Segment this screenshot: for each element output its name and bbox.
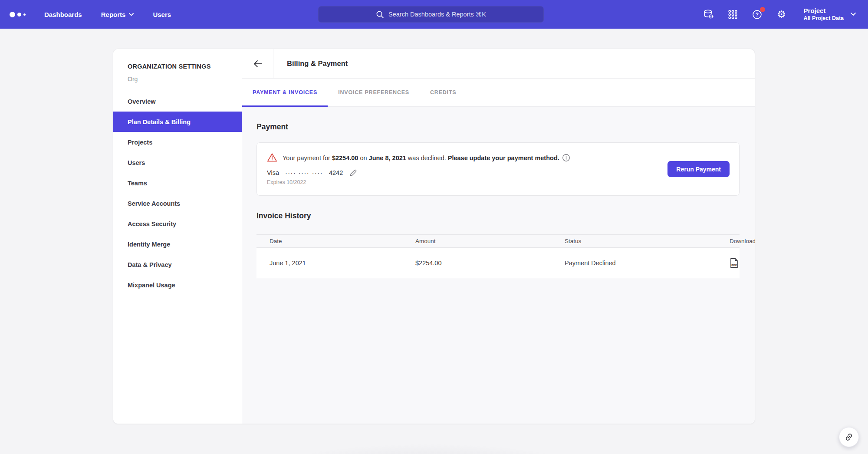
- sidebar-item-users[interactable]: Users: [113, 152, 242, 173]
- page-title: Billing & Payment: [273, 59, 348, 68]
- invoice-row: June 1, 2021 $2254.00 Payment Declined P…: [256, 248, 740, 278]
- alert-action: Please update your payment method.: [448, 155, 559, 161]
- gear-icon[interactable]: ⚙: [776, 9, 787, 20]
- invoice-history-title: Invoice History: [256, 211, 740, 220]
- nav-users[interactable]: Users: [153, 11, 171, 18]
- column-status: Status: [565, 238, 730, 244]
- edit-payment-method-button[interactable]: [349, 168, 358, 177]
- page-header: Billing & Payment: [242, 49, 755, 79]
- svg-text:PDF: PDF: [731, 263, 737, 266]
- logo-dot: [17, 13, 21, 16]
- invoice-table-header: Date Amount Status Download: [256, 234, 740, 248]
- sidebar-title: ORGANIZATION SETTINGS: [113, 63, 242, 70]
- below-fold-shadow: [258, 444, 597, 454]
- card-masked-digits: ···· ···· ····: [285, 169, 323, 176]
- data-management-icon[interactable]: [703, 9, 714, 20]
- chevron-down-icon: [129, 13, 134, 16]
- sidebar-item-mixpanel-usage[interactable]: Mixpanel Usage: [113, 275, 242, 295]
- column-download: Download: [730, 238, 755, 244]
- sidebar-item-data-privacy[interactable]: Data & Privacy: [113, 254, 242, 275]
- org-settings-sidebar: ORGANIZATION SETTINGS Org Overview Plan …: [113, 49, 242, 424]
- payment-card: Your payment for $2254.00 on June 8, 202…: [256, 142, 740, 196]
- nav-reports-label: Reports: [101, 11, 126, 18]
- sidebar-item-projects[interactable]: Projects: [113, 132, 242, 152]
- tab-payment-invoices[interactable]: PAYMENT & INVOICES: [242, 79, 328, 106]
- project-label: Project: [804, 7, 844, 15]
- arrow-left-icon: [253, 60, 263, 68]
- alert-amount: $2254.00: [332, 155, 358, 161]
- sidebar-item-access-security[interactable]: Access Security: [113, 214, 242, 234]
- column-date: Date: [256, 238, 415, 244]
- alert-suffix: was declined.: [406, 155, 448, 161]
- logo-dot: [23, 13, 26, 16]
- invoice-date: June 1, 2021: [256, 260, 415, 266]
- sidebar-item-overview[interactable]: Overview: [113, 91, 242, 112]
- primary-nav: Dashboards Reports Users: [44, 11, 171, 18]
- search-icon: [376, 10, 384, 19]
- billing-tabs: PAYMENT & INVOICES INVOICE PREFERENCES C…: [242, 79, 755, 107]
- copy-link-button[interactable]: [839, 427, 859, 447]
- invoice-status: Payment Declined: [565, 260, 730, 266]
- notification-badge: [760, 7, 765, 12]
- nav-reports[interactable]: Reports: [101, 11, 134, 18]
- tab-content: Payment Your payment for $2254.00 on Jun…: [242, 107, 755, 424]
- tab-credits[interactable]: CREDITS: [420, 79, 467, 106]
- alert-prefix: Your payment for: [283, 155, 332, 161]
- project-value: All Project Data: [804, 15, 844, 22]
- sidebar-item-teams[interactable]: Teams: [113, 173, 242, 193]
- back-button[interactable]: [242, 49, 273, 78]
- alert-mid: on: [358, 155, 368, 161]
- org-name: Org: [113, 76, 242, 82]
- alert-date: June 8, 2021: [369, 155, 406, 161]
- search-placeholder: Search Dashboards & Reports ⌘K: [388, 11, 486, 18]
- settings-card: ORGANIZATION SETTINGS Org Overview Plan …: [113, 49, 755, 424]
- sidebar-item-plan-details-billing[interactable]: Plan Details & Billing: [113, 112, 242, 132]
- grid-glyph: [727, 9, 738, 20]
- sidebar-item-service-accounts[interactable]: Service Accounts: [113, 193, 242, 214]
- alert-message: Your payment for $2254.00 on June 8, 202…: [283, 154, 570, 162]
- warning-icon: [267, 153, 277, 162]
- chevron-down-icon: [851, 13, 856, 16]
- mixpanel-logo[interactable]: [10, 12, 30, 17]
- sidebar-nav: Overview Plan Details & Billing Projects…: [113, 91, 242, 295]
- project-switcher-text: Project All Project Data: [804, 7, 844, 22]
- pdf-file-icon: PDF: [730, 258, 739, 268]
- sidebar-item-identity-merge[interactable]: Identity Merge: [113, 234, 242, 254]
- card-last4: 4242: [329, 169, 343, 176]
- global-search-input[interactable]: Search Dashboards & Reports ⌘K: [318, 6, 544, 23]
- invoice-amount: $2254.00: [415, 260, 565, 266]
- column-amount: Amount: [415, 238, 565, 244]
- download-pdf-button[interactable]: PDF: [730, 258, 739, 268]
- tab-invoice-preferences[interactable]: INVOICE PREFERENCES: [328, 79, 420, 106]
- payment-method-row: Visa ···· ···· ···· 4242: [267, 168, 729, 177]
- logo-dot: [10, 12, 15, 17]
- billing-main-panel: Billing & Payment PAYMENT & INVOICES INV…: [242, 49, 755, 424]
- database-glyph: [703, 9, 714, 20]
- nav-dashboards[interactable]: Dashboards: [44, 11, 82, 18]
- top-navbar: Dashboards Reports Users Search Dashboar…: [0, 0, 868, 29]
- info-icon[interactable]: [562, 154, 570, 162]
- payment-declined-alert: Your payment for $2254.00 on June 8, 202…: [267, 153, 729, 162]
- rerun-payment-button[interactable]: Rerun Payment: [667, 161, 730, 177]
- invoice-table: Date Amount Status Download June 1, 2021…: [256, 234, 740, 278]
- navbar-right-cluster: ? ⚙ Project All Project Data: [703, 7, 856, 22]
- card-expiry: Expires 10/2022: [267, 179, 729, 185]
- help-icon[interactable]: ?: [752, 9, 763, 20]
- project-switcher[interactable]: Project All Project Data: [804, 7, 856, 22]
- pencil-icon: [349, 168, 358, 177]
- gear-glyph: ⚙: [777, 10, 786, 20]
- apps-grid-icon[interactable]: [727, 9, 739, 20]
- link-icon: [844, 432, 854, 442]
- payment-section-title: Payment: [256, 122, 740, 132]
- card-brand: Visa: [267, 169, 279, 176]
- svg-text:?: ?: [756, 11, 759, 17]
